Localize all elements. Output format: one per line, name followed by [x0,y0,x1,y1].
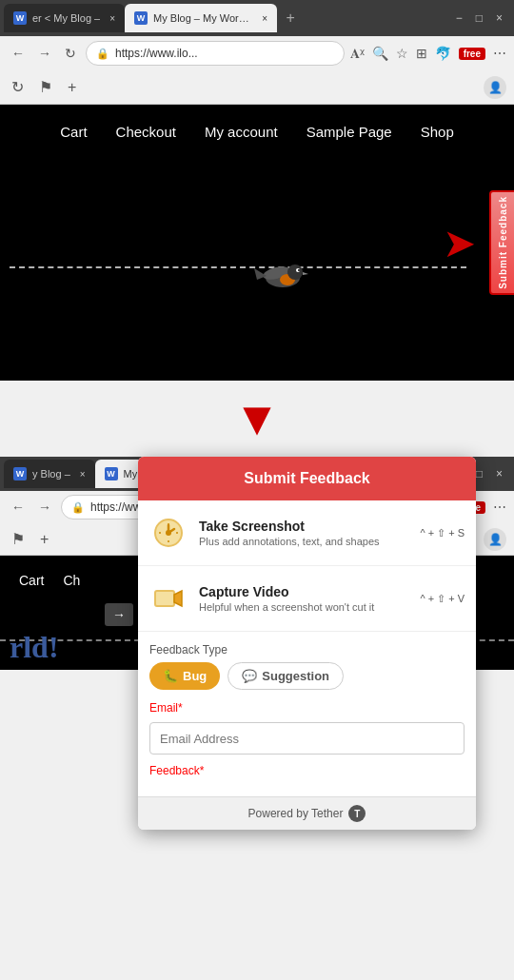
bottom-maximize-button[interactable]: □ [476,467,483,480]
screenshot-title: Take Screenshot [199,519,408,534]
more-options-icon[interactable]: ⋯ [493,46,506,61]
tab-1-close[interactable]: × [109,13,115,24]
profile-icon[interactable]: 🐬 [435,46,451,61]
nav-cart[interactable]: Cart [60,124,87,140]
submit-feedback-sidebar-button[interactable]: Submit Feedback [489,190,514,295]
address-bar-right-icons: 𝐀ᵡ 🔍 ☆ ⊞ 🐬 free ⋯ [350,46,506,62]
modal-title: Submit Feedback [244,470,369,486]
capture-video-option[interactable]: Capture Video Helpful when a screenshot … [138,566,476,632]
bottom-nav-checkout[interactable]: Ch [63,573,80,588]
bug-button[interactable]: 🐛 Bug [149,662,220,690]
refresh-button[interactable]: ↻ [61,44,80,63]
toolbar-refresh-icon[interactable]: ↻ [8,76,28,98]
feedback-sidebar-label: Submit Feedback [498,196,508,289]
tab-2-favicon: W [134,11,148,25]
bottom-flag-icon[interactable]: ⚑ [8,528,29,550]
screenshot-shortcut: ^ + ⇧ + S [420,527,465,539]
powered-by-text: Powered by Tether [248,807,344,820]
tab-1-title: er < My Blog – [32,12,100,24]
back-button[interactable]: ← [8,44,29,63]
bottom-lock-icon: 🔒 [71,501,85,514]
svg-marker-17 [174,591,182,606]
arrow-down-section: ▼ [0,381,514,457]
forward-button[interactable]: → [34,44,55,63]
email-label: Email* [149,701,183,715]
bottom-more-icon[interactable]: ⋯ [493,500,506,515]
feedback-field-label: Feedback* [149,764,204,777]
feedback-label-row: Feedback* [149,764,465,781]
tab-2-close[interactable]: × [262,13,267,24]
tab-1-favicon: W [13,11,27,25]
flag-icon[interactable]: ⚑ [35,76,56,98]
lock-icon: 🔒 [96,48,109,60]
feedback-form: Feedback Type 🐛 Bug 💬 Suggestion Email* [138,632,476,796]
collections-icon[interactable]: ⊞ [416,46,427,61]
address-bar-top: ← → ↻ 🔒 https://www.ilo... 𝐀ᵡ 🔍 ☆ ⊞ 🐬 fr… [0,36,514,70]
bottom-add-icon[interactable]: + [36,529,52,550]
bottom-tab-1[interactable]: W y Blog – × [4,460,95,488]
bird-illustration [0,181,514,352]
bottom-nav-cart[interactable]: Cart [19,573,44,588]
arrow-right-indicator: ➤ [443,220,476,266]
suggestion-label: Suggestion [262,669,329,683]
email-input[interactable] [149,722,465,755]
video-desc: Helpful when a screenshot won't cut it [199,601,408,613]
arrow-down-icon: ▼ [233,391,281,446]
feedback-modal: Submit Feedback [138,457,476,830]
screenshot-icon [149,514,188,552]
url-text: https://www.ilo... [115,47,198,60]
tab-bar-top: W er < My Blog – × W My Blog – My WordPr… [0,0,514,36]
suggestion-button[interactable]: 💬 Suggestion [227,662,344,690]
video-icon [149,579,188,617]
bottom-avatar-icon: 👤 [488,533,503,546]
suggestion-icon: 💬 [242,669,257,683]
svg-point-5 [298,269,300,271]
zoom-icon[interactable]: 🔍 [372,46,388,61]
tab-1[interactable]: W er < My Blog – × [4,4,125,32]
bottom-tab-2-favicon: W [105,467,118,480]
video-text: Capture Video Helpful when a screenshot … [199,584,408,613]
close-window-button[interactable]: × [496,11,503,25]
bottom-tab-1-close[interactable]: × [80,469,86,480]
window-controls: − □ × [456,11,510,25]
site-bottom-arrow[interactable]: → [105,603,133,626]
modal-scroll-area[interactable]: Take Screenshot Plus add annotations, te… [138,500,476,796]
user-avatar[interactable]: 👤 [484,76,506,99]
avatar-icon: 👤 [488,81,503,94]
bottom-tab-1-favicon: W [13,467,27,480]
feedback-type-row: 🐛 Bug 💬 Suggestion [149,662,465,690]
take-screenshot-option[interactable]: Take Screenshot Plus add annotations, te… [138,500,476,566]
tab-2[interactable]: W My Blog – My WordPress Blo × [125,4,277,32]
feedback-type-label: Feedback Type [149,643,465,657]
free-badge: free [459,48,485,60]
modal-header: Submit Feedback [138,457,476,500]
bug-label: Bug [183,669,207,683]
url-box[interactable]: 🔒 https://www.ilo... [86,41,345,66]
new-tab-button[interactable]: + [277,5,304,31]
bottom-back-button[interactable]: ← [8,498,29,517]
site-nav-top: Cart Checkout My account Sample Page Sho… [0,105,514,159]
email-label-row: Email* [149,701,465,718]
read-aloud-icon[interactable]: 𝐀ᵡ [350,46,365,62]
add-to-favorites-icon[interactable]: ☆ [396,46,408,61]
minimize-button[interactable]: − [456,11,463,25]
nav-shop[interactable]: Shop [421,124,454,140]
maximize-button[interactable]: □ [476,11,483,25]
nav-checkout[interactable]: Checkout [116,124,176,140]
svg-point-3 [287,265,303,280]
site-bottom-text: rld! [10,630,59,665]
browser-top: W er < My Blog – × W My Blog – My WordPr… [0,0,514,105]
bottom-section: W y Blog – × W My Blog – My WordPress Bl… [0,457,514,670]
nav-sample-page[interactable]: Sample Page [306,124,392,140]
svg-point-11 [166,530,171,536]
bottom-user-avatar[interactable]: 👤 [484,528,506,551]
screenshot-desc: Plus add annotations, text, and shapes [199,536,408,547]
tether-logo: T [348,805,366,822]
powered-by-bar: Powered by Tether T [138,796,476,830]
add-icon[interactable]: + [64,77,80,98]
bug-icon: 🐛 [163,669,178,683]
bottom-forward-button[interactable]: → [34,498,55,517]
arrow-right-icon: ➤ [443,221,476,265]
bottom-close-button[interactable]: × [496,467,503,480]
nav-my-account[interactable]: My account [205,124,278,140]
